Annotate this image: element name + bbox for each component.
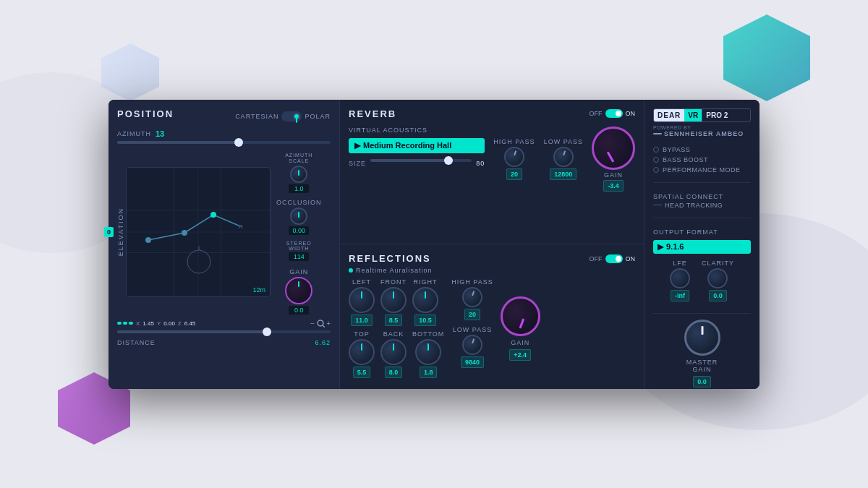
preset-arrow-icon: ▶ <box>354 141 360 150</box>
lfe-label: LFE <box>673 260 687 267</box>
right-controls: AZIMUTHSCALE 1.0 OCCLUSION 0.00 STEREOWI… <box>276 150 322 315</box>
bass-boost-label: BASS BOOST <box>663 156 708 163</box>
bypass-option[interactable]: BYPASS <box>653 146 751 153</box>
zoom-out-btn[interactable]: − <box>310 320 315 328</box>
reverb-lp-value: 12800 <box>550 168 576 180</box>
coord-box-x <box>117 322 122 325</box>
bass-boost-radio[interactable] <box>653 157 659 163</box>
distance-label: DISTANCE <box>117 339 156 346</box>
front-value: 8.5 <box>385 314 403 326</box>
svg-line-13 <box>323 325 325 328</box>
output-arrow-icon: ▶ <box>658 242 663 252</box>
reverb-content: VIRTUAL ACOUSTICS ▶ Medium Recording Hal… <box>349 127 635 192</box>
size-thumb[interactable] <box>444 156 453 165</box>
reverb-lp-knob[interactable] <box>553 147 574 167</box>
svg-point-6 <box>145 237 151 243</box>
position-grid[interactable]: R 12m <box>126 167 271 297</box>
size-slider[interactable] <box>370 159 472 162</box>
reflections-header: REFLECTIONS OFF ON <box>349 253 635 264</box>
refl-hp-knob[interactable] <box>462 287 482 307</box>
refl-hp-label: HIGH PASS <box>451 278 493 286</box>
back-knob[interactable] <box>380 339 407 365</box>
position-gain-value: 0.0 <box>289 306 309 314</box>
reverb-gain-knob[interactable] <box>592 127 635 170</box>
reverb-gain-value: -3.4 <box>603 180 624 192</box>
realtime-label: Realtime Auralisation <box>356 267 433 274</box>
position-mode-toggle[interactable] <box>281 111 302 121</box>
right-label: RIGHT <box>414 278 438 286</box>
refl-hp-value: 20 <box>464 309 480 320</box>
polar-label: POLAR <box>305 113 331 120</box>
position-gain-label: GAIN <box>289 268 308 275</box>
reverb-lp-group: LOW PASS 12800 <box>544 138 583 180</box>
distance-value-display: 6.62 <box>315 339 331 346</box>
left-knob[interactable] <box>349 287 375 313</box>
distance-slider[interactable] <box>117 330 331 333</box>
reverb-hp-value: 20 <box>506 168 522 180</box>
sennheiser-logo: SENNHEISER AMBEO <box>653 130 751 137</box>
refl-on-label: ON <box>626 255 636 262</box>
row-tbb: TOP 5.5 BACK 8.0 BOTTOM 1.8 <box>349 330 444 378</box>
refl-lp-label: LOW PASS <box>453 326 492 333</box>
azimuth-scale-label: AZIMUTHSCALE <box>285 153 312 165</box>
azimuth-scale-value: 1.0 <box>289 184 309 193</box>
x-label: X <box>136 320 140 327</box>
reverb-mini-toggle[interactable] <box>605 109 623 118</box>
performance-mode-option[interactable]: PERFORMANCE MODE <box>653 166 751 174</box>
bg-decoration-teal <box>723 14 810 101</box>
bypass-radio[interactable] <box>653 147 659 153</box>
right-knob[interactable] <box>412 287 438 313</box>
reflections-toggle[interactable]: OFF ON <box>590 254 636 263</box>
top-knob[interactable] <box>349 339 375 365</box>
azimuth-fill <box>117 141 241 144</box>
top-group: TOP 5.5 <box>349 330 375 378</box>
azimuth-thumb[interactable] <box>234 138 243 147</box>
bottom-group: BOTTOM 1.8 <box>412 330 444 378</box>
back-value: 8.0 <box>385 367 403 378</box>
clarity-label: CLARITY <box>702 260 734 267</box>
lfe-clarity-row: LFE -inf CLARITY 0.0 <box>653 260 751 301</box>
left-group: LEFT 11.0 <box>349 278 375 326</box>
refl-gain-knob[interactable] <box>501 296 540 336</box>
front-knob[interactable] <box>380 287 407 313</box>
position-panel: POSITION CARTESIAN POLAR AZIMUTH 13 <box>109 100 340 389</box>
distance-thumb[interactable] <box>263 328 271 336</box>
zoom-in-btn[interactable]: + <box>326 320 331 328</box>
refl-gain-value: +2.4 <box>509 349 531 361</box>
left-value: 11.0 <box>351 314 373 326</box>
z-label: Z <box>178 320 182 327</box>
occlusion-knob[interactable] <box>290 207 307 225</box>
output-format-section: OUTPUT FORMAT ▶ 9.1.6 LFE -inf CLARITY 0… <box>653 218 751 304</box>
lfe-knob[interactable] <box>670 268 690 288</box>
reverb-hp-knob[interactable] <box>504 147 524 167</box>
reflections-panel: REFLECTIONS OFF ON Realtime Auralisation <box>340 244 644 389</box>
azimuth-label: AZIMUTH <box>117 130 151 137</box>
svg-point-9 <box>187 250 210 273</box>
info-panel: DEAR VR PRO 2 POWERED BY SENNHEISER AMBE… <box>644 100 760 389</box>
position-title: POSITION <box>117 108 174 119</box>
top-label: TOP <box>354 330 369 338</box>
lfe-value: -inf <box>671 290 689 301</box>
bass-boost-option[interactable]: BASS BOOST <box>653 156 751 163</box>
reverb-toggle[interactable]: OFF ON <box>590 109 636 118</box>
master-gain-knob[interactable] <box>684 320 720 356</box>
azimuth-slider[interactable] <box>117 141 331 144</box>
refl-lp-knob[interactable] <box>462 335 482 355</box>
brand-vr: VR <box>684 109 702 121</box>
position-gain-knob[interactable] <box>285 277 312 304</box>
elevation-value: 0 <box>104 227 114 237</box>
performance-mode-radio[interactable] <box>653 167 659 173</box>
azimuth-scale-knob[interactable] <box>290 166 307 183</box>
bottom-knob[interactable] <box>415 339 441 365</box>
reverb-hp-label: HIGH PASS <box>493 138 535 145</box>
output-select-btn[interactable]: ▶ 9.1.6 <box>653 240 751 254</box>
reverb-title: REVERB <box>349 108 396 119</box>
clarity-knob[interactable] <box>707 268 728 288</box>
preset-select-btn[interactable]: ▶ Medium Recording Hall <box>349 138 485 153</box>
virtual-acoustics: VIRTUAL ACOUSTICS ▶ Medium Recording Hal… <box>349 127 485 192</box>
refl-mini-toggle[interactable] <box>605 254 623 263</box>
azimuth-value: 13 <box>156 129 164 138</box>
reverb-panel: REVERB OFF ON VIRTUAL ACOUSTICS ▶ Medium… <box>340 100 644 245</box>
elevation-label: ELEVATION <box>117 207 124 256</box>
right-group: RIGHT 10.5 <box>412 278 438 326</box>
